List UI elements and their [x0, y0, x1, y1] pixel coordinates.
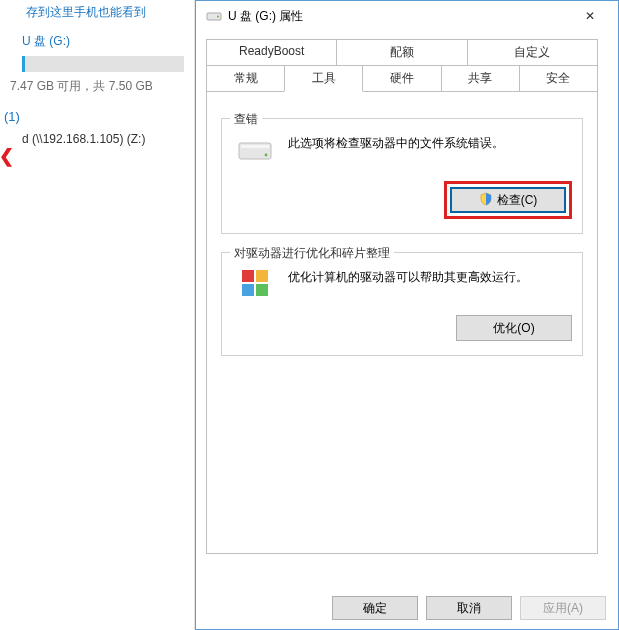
tab-hardware[interactable]: 硬件 — [362, 65, 441, 92]
optimize-legend: 对驱动器进行优化和碎片整理 — [230, 245, 394, 262]
tab-tools[interactable]: 工具 — [284, 65, 363, 92]
optimize-text: 优化计算机的驱动器可以帮助其更高效运行。 — [288, 267, 572, 286]
cancel-button-label: 取消 — [457, 600, 481, 617]
error-checking-legend: 查错 — [230, 111, 262, 128]
svg-rect-6 — [256, 270, 268, 282]
tab-strip: ReadyBoost 配额 自定义 常规 工具 硬件 共享 安全 查错 — [206, 39, 608, 554]
check-button-highlight: 检查(C) — [444, 181, 572, 219]
svg-rect-8 — [256, 284, 268, 296]
svg-point-1 — [217, 16, 219, 18]
apply-button[interactable]: 应用(A) — [520, 596, 606, 620]
defrag-icon — [236, 267, 276, 301]
ok-button-label: 确定 — [363, 600, 387, 617]
tab-readyboost[interactable]: ReadyBoost — [206, 39, 337, 66]
cloud-sync-caption[interactable]: 存到这里手机也能看到 — [0, 0, 194, 27]
apply-button-label: 应用(A) — [543, 600, 583, 617]
error-checking-text: 此选项将检查驱动器中的文件系统错误。 — [288, 133, 572, 152]
usb-drive-name[interactable]: U 盘 (G:) — [0, 27, 194, 54]
back-chevron-icon[interactable]: ❮ — [0, 146, 16, 166]
svg-rect-5 — [242, 270, 254, 282]
optimize-group: 对驱动器进行优化和碎片整理 优化计算机的驱动器可以帮助其更高效运行。 — [221, 252, 583, 356]
tab-customize[interactable]: 自定义 — [467, 39, 598, 66]
check-button[interactable]: 检查(C) — [450, 187, 566, 213]
tab-sharing[interactable]: 共享 — [441, 65, 520, 92]
tab-quota[interactable]: 配额 — [336, 39, 467, 66]
svg-rect-3 — [241, 145, 269, 148]
dialog-title: U 盘 (G:) 属性 — [228, 8, 568, 25]
usb-capacity-fill — [22, 56, 25, 72]
dialog-titlebar[interactable]: U 盘 (G:) 属性 ✕ — [196, 1, 618, 31]
disk-check-icon — [236, 133, 276, 167]
tab-row-2: 常规 工具 硬件 共享 安全 — [206, 65, 598, 92]
usb-size-text: 7.47 GB 可用，共 7.50 GB — [0, 76, 194, 101]
cancel-button[interactable]: 取消 — [426, 596, 512, 620]
properties-dialog: U 盘 (G:) 属性 ✕ ReadyBoost 配额 自定义 常规 工具 硬件… — [195, 0, 619, 630]
explorer-left-panel: 存到这里手机也能看到 U 盘 (G:) 7.47 GB 可用，共 7.50 GB… — [0, 0, 195, 630]
svg-point-4 — [265, 154, 268, 157]
error-checking-group: 查错 此选项将检查驱动器中的文件系统错误。 — [221, 118, 583, 234]
network-drive-item[interactable]: d (\\192.168.1.105) (Z:) — [0, 128, 194, 150]
dialog-footer: 确定 取消 应用(A) — [196, 587, 618, 629]
svg-rect-7 — [242, 284, 254, 296]
group-count: (1) — [0, 101, 194, 128]
tab-general[interactable]: 常规 — [206, 65, 285, 92]
optimize-button-label: 优化(O) — [493, 320, 534, 337]
optimize-button[interactable]: 优化(O) — [456, 315, 572, 341]
tab-row-1: ReadyBoost 配额 自定义 — [206, 39, 598, 66]
check-button-label: 检查(C) — [497, 192, 538, 209]
close-button[interactable]: ✕ — [568, 2, 612, 30]
tab-security[interactable]: 安全 — [519, 65, 598, 92]
drive-icon — [206, 8, 222, 24]
usb-drive-block[interactable]: U 盘 (G:) 7.47 GB 可用，共 7.50 GB — [0, 27, 194, 101]
ok-button[interactable]: 确定 — [332, 596, 418, 620]
close-icon: ✕ — [585, 9, 595, 23]
usb-capacity-bar — [22, 56, 184, 72]
shield-icon — [479, 192, 493, 209]
dialog-body: ReadyBoost 配额 自定义 常规 工具 硬件 共享 安全 查错 — [196, 31, 618, 587]
tab-content-tools: 查错 此选项将检查驱动器中的文件系统错误。 — [206, 92, 598, 554]
